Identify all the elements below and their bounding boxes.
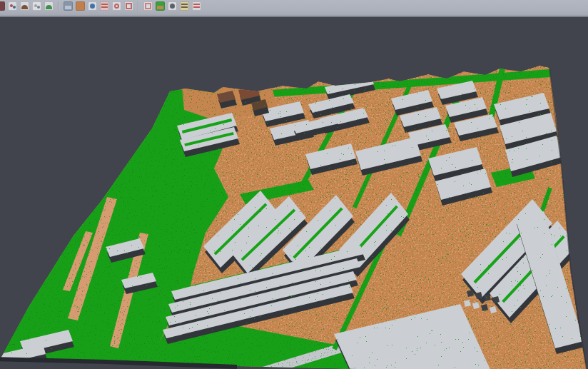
flag-tool-icon[interactable] (192, 1, 201, 11)
point-cloud-icon-glyph (34, 4, 37, 7)
globe-icon[interactable] (88, 1, 97, 11)
measure-tool-icon[interactable] (180, 1, 189, 11)
ortho-image-icon[interactable] (76, 1, 85, 11)
attribute-table-icon-glyph (101, 4, 108, 9)
select-area-icon-glyph (126, 3, 132, 9)
grid-tool-icon[interactable] (143, 1, 153, 11)
profile-view-icon-glyph (65, 6, 71, 9)
point-cloud-icon[interactable] (32, 1, 41, 11)
speckle-light-dots (0, 19, 588, 369)
point-cloud-icon-glyph2 (37, 6, 40, 9)
grid-tool-icon-glyph (145, 3, 151, 9)
toolbar-separator (138, 1, 139, 11)
profile-view-icon[interactable] (64, 1, 73, 11)
app-window (0, 0, 588, 369)
sphere-view-icon-glyph (170, 4, 175, 9)
target-icon[interactable] (112, 1, 121, 11)
viewport-3d[interactable] (0, 19, 588, 369)
terrain-brown-icon[interactable] (20, 1, 29, 11)
classify-points-icon[interactable] (8, 1, 17, 11)
classify-points-icon-glyph (10, 4, 13, 7)
classified-map-icon[interactable] (156, 1, 165, 11)
main-toolbar (0, 0, 588, 17)
point-cloud-scene (0, 19, 588, 369)
attribute-table-icon[interactable] (100, 1, 109, 11)
terrain-green-icon-glyph (46, 5, 52, 9)
terrain-brown-icon-glyph (21, 5, 28, 9)
toolbar-separator (58, 1, 59, 11)
clip-layer-icon[interactable] (0, 1, 5, 11)
classified-map-icon-glyph (157, 6, 163, 9)
point-cloud-group (0, 19, 588, 369)
terrain-green-icon[interactable] (44, 1, 54, 11)
classify-points-icon-glyph2 (13, 6, 16, 9)
sphere-view-icon[interactable] (168, 1, 177, 11)
globe-icon-glyph (90, 4, 95, 9)
select-area-icon[interactable] (124, 1, 133, 11)
measure-tool-icon-glyph (181, 4, 188, 9)
target-icon-glyph (114, 4, 119, 9)
flag-tool-icon-glyph (193, 4, 200, 9)
